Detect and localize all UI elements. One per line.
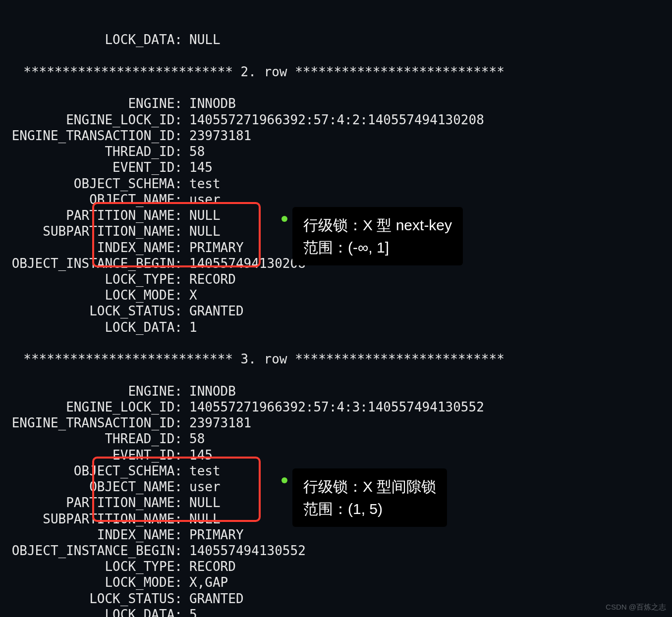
kv-row: LOCK_STATUS:GRANTED [8,591,664,607]
field-key: ENGINE_LOCK_ID: [8,399,182,415]
field-key: OBJECT_INSTANCE_BEGIN: [8,543,182,559]
field-val: PRIMARY [182,527,244,543]
field-key: OBJECT_NAME: [8,479,182,495]
field-key: ENGINE_TRANSACTION_ID: [8,128,182,144]
field-key: OBJECT_INSTANCE_BEGIN: [8,256,182,271]
field-key: OBJECT_SCHEMA: [8,176,182,192]
field-key: LOCK_DATA: [8,32,182,48]
field-val: RECORD [182,271,236,287]
kv-row: ENGINE_TRANSACTION_ID:23973181 [8,128,664,144]
field-val: 140557494130552 [182,543,306,559]
field-val: X [182,287,197,303]
field-val: user [182,479,221,495]
kv-row: THREAD_ID:58 [8,144,664,159]
kv-row: ENGINE_LOCK_ID:140557271966392:57:4:3:14… [8,399,664,415]
field-key: THREAD_ID: [8,144,182,159]
kv-row: LOCK_STATUS:GRANTED [8,303,664,319]
annotation-dot-icon [281,216,287,222]
field-val: NULL [182,511,221,527]
field-key: LOCK_STATUS: [8,591,182,607]
field-key: PARTITION_NAME: [8,495,182,511]
field-val: 145 [182,447,213,463]
field-key: ENGINE_TRANSACTION_ID: [8,415,182,431]
field-key: LOCK_TYPE: [8,271,182,287]
field-val: NULL [182,495,221,511]
annotation-dot-icon [281,477,287,483]
field-val: 58 [182,431,205,447]
field-key: EVENT_ID: [8,447,182,463]
kv-row: LOCK_DATA:5 [8,607,664,617]
field-val: 5 [182,607,197,617]
field-val: NULL [182,207,221,223]
annotation-nextkey-lock: 行级锁：X 型 next-key 范围：(-∞, 1] [292,207,463,265]
annotation-line: 范围：(-∞, 1] [303,236,452,258]
field-val: 1 [182,319,197,335]
field-val: GRANTED [182,303,244,319]
field-val: INNODB [182,96,236,111]
field-key: INDEX_NAME: [8,240,182,256]
field-val: 145 [182,159,213,175]
kv-row: LOCK_DATA:NULL [8,32,664,48]
kv-row: LOCK_MODE:X [8,287,664,303]
kv-row: OBJECT_INSTANCE_BEGIN:140557494130552 [8,543,664,559]
field-val: 140557271966392:57:4:3:140557494130552 [182,399,484,415]
row-separator-3: *************************** 3. row *****… [23,352,504,366]
field-val: NULL [182,223,221,239]
field-key: LOCK_STATUS: [8,303,182,319]
kv-row: LOCK_TYPE:RECORD [8,271,664,287]
field-key: ENGINE: [8,383,182,399]
field-val: 140557271966392:57:4:2:140557494130208 [182,112,484,128]
annotation-line: 范围：(1, 5) [303,498,436,520]
field-key: PARTITION_NAME: [8,207,182,223]
field-key: LOCK_MODE: [8,287,182,303]
field-val: 58 [182,144,205,159]
field-val: INNODB [182,383,236,399]
kv-row: ENGINE:INNODB [8,96,664,111]
kv-row: ENGINE_LOCK_ID:140557271966392:57:4:2:14… [8,112,664,128]
kv-row: OBJECT_SCHEMA:test [8,176,664,192]
field-key: LOCK_TYPE: [8,559,182,574]
field-val: RECORD [182,559,236,574]
kv-row: OBJECT_NAME:user [8,192,664,207]
field-key: OBJECT_NAME: [8,192,182,207]
field-key: SUBPARTITION_NAME: [8,223,182,239]
field-val: user [182,192,221,207]
annotation-line: 行级锁：X 型间隙锁 [303,475,436,498]
kv-row: LOCK_TYPE:RECORD [8,559,664,574]
kv-row: LOCK_MODE:X,GAP [8,574,664,590]
field-val: GRANTED [182,591,244,607]
annotation-gap-lock: 行级锁：X 型间隙锁 范围：(1, 5) [292,468,447,527]
kv-row: INDEX_NAME:PRIMARY [8,527,664,543]
field-val: 23973181 [182,128,251,144]
watermark-text: CSDN @百炼之志 [606,603,666,612]
row-separator-2: *************************** 2. row *****… [23,64,504,79]
kv-row: ENGINE:INNODB [8,383,664,399]
field-val: X,GAP [182,574,228,590]
field-key: INDEX_NAME: [8,527,182,543]
kv-row: ENGINE_TRANSACTION_ID:23973181 [8,415,664,431]
field-key: SUBPARTITION_NAME: [8,511,182,527]
field-val: 23973181 [182,415,251,431]
field-key: LOCK_DATA: [8,319,182,335]
field-key: OBJECT_SCHEMA: [8,463,182,479]
field-key: LOCK_MODE: [8,574,182,590]
field-val: 140557494130208 [182,256,306,271]
field-key: LOCK_DATA: [8,607,182,617]
field-val: NULL [182,32,221,48]
field-key: ENGINE: [8,96,182,111]
kv-row: LOCK_DATA:1 [8,319,664,335]
field-val: test [182,463,221,479]
field-key: THREAD_ID: [8,431,182,447]
annotation-line: 行级锁：X 型 next-key [303,214,452,236]
field-val: PRIMARY [182,240,244,256]
field-key: ENGINE_LOCK_ID: [8,112,182,128]
kv-row: EVENT_ID:145 [8,159,664,175]
field-val: test [182,176,221,192]
kv-row: THREAD_ID:58 [8,431,664,447]
kv-row: EVENT_ID:145 [8,447,664,463]
field-key: EVENT_ID: [8,159,182,175]
